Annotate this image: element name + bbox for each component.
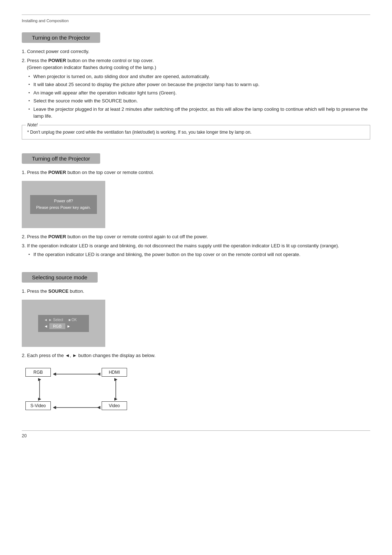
section3-title: Selecting source mode bbox=[22, 272, 98, 283]
step2-3-text: If the operation indicator LED is orange… bbox=[27, 243, 339, 248]
section-turning-on: Turning on the Projector 1. Connect powe… bbox=[22, 29, 370, 139]
note-box: Note! * Don't unplug the power cord whil… bbox=[22, 125, 370, 139]
bullet-item: Leave the projector plugged in for at le… bbox=[28, 106, 370, 120]
source-screen: ◄ ► Select ■ OK ◄ RGB ► bbox=[22, 300, 105, 347]
screen-line1: Power off? bbox=[36, 198, 91, 204]
diag-hdmi: HDMI bbox=[102, 368, 127, 377]
source-screen-inner: ◄ ► Select ■ OK ◄ RGB ► bbox=[38, 315, 89, 332]
arrow-bottom-h bbox=[52, 405, 102, 410]
page-container: Installing and Composition Turning on th… bbox=[0, 0, 392, 460]
bullet-item: When projector is turned on, auto slidin… bbox=[28, 73, 370, 80]
step1-2-bold: POWER bbox=[48, 58, 66, 63]
footer-divider: 20 bbox=[22, 430, 370, 438]
arrow-right-v bbox=[113, 377, 118, 402]
source-ok-label: ■ OK bbox=[68, 318, 77, 322]
arrow-left: ◄ bbox=[44, 324, 48, 328]
step1-2: 2. Press the POWER button on the remote … bbox=[22, 57, 370, 71]
step3-2-text: Each press of the ◄, ► button changes th… bbox=[27, 353, 155, 358]
power-off-screen: Power off? Please press Power key again. bbox=[22, 181, 105, 228]
note-label: Note! bbox=[26, 122, 39, 128]
step3-1-before: Press the bbox=[27, 288, 48, 294]
step1-2-number: 2. bbox=[22, 58, 26, 63]
diag-svideo: S-Video bbox=[25, 401, 51, 410]
step1-2-text-after: button on the remote control or top cove… bbox=[66, 58, 154, 63]
section-turning-off: Turning off the Projector 1. Press the P… bbox=[22, 150, 370, 258]
rgb-label: RGB bbox=[49, 323, 65, 329]
section2-title: Turning off the Projector bbox=[22, 153, 100, 164]
section1-bullets: When projector is turned on, auto slidin… bbox=[28, 73, 370, 120]
step3-1-after: button. bbox=[69, 288, 84, 294]
arrow-left-v bbox=[37, 377, 42, 402]
step2-3-num: 3. bbox=[22, 243, 26, 248]
step2-1-before: Press the bbox=[27, 170, 48, 175]
step3-2: 2. Each press of the ◄, ► button changes… bbox=[22, 352, 370, 359]
step2-2-before: Press the bbox=[27, 234, 48, 239]
step1-1-text: Connect power cord correctly. bbox=[27, 49, 89, 54]
step2-1-after: button on the top cover or remote contro… bbox=[66, 170, 154, 175]
source-diagram: RGB HDMI S-Video Video bbox=[22, 365, 145, 416]
diag-video: Video bbox=[102, 401, 127, 410]
page-number: 20 bbox=[22, 433, 26, 438]
note-text: * Don't unplug the power cord while the … bbox=[27, 130, 252, 135]
screen-inner: Power off? Please press Power key again. bbox=[30, 195, 97, 214]
step2-3: 3. If the operation indicator LED is ora… bbox=[22, 242, 370, 250]
step1-1-number: 1. bbox=[22, 49, 26, 54]
arrow-top-h bbox=[52, 372, 102, 377]
bullet-item: If the operation indicator LED is orange… bbox=[28, 251, 370, 258]
step1-2-sub: (Green operation indicator flashes durin… bbox=[27, 64, 370, 71]
step1-1: 1. Connect power cord correctly. bbox=[22, 48, 370, 55]
section1-title: Turning on the Projector bbox=[22, 32, 100, 43]
bullet-item: Select the source mode with the SOURCE b… bbox=[28, 97, 370, 105]
diag-rgb: RGB bbox=[25, 368, 51, 377]
step1-2-text-before: Press the bbox=[27, 58, 48, 63]
step2-2-after: button on the top cover or remote contro… bbox=[66, 234, 208, 239]
step3-1-bold: SOURCE bbox=[48, 288, 69, 294]
step3-1: 1. Press the SOURCE button. bbox=[22, 288, 370, 295]
source-bottom-row: ◄ RGB ► bbox=[44, 323, 83, 329]
source-select-label: ◄ ► Select bbox=[44, 318, 63, 322]
step3-2-num: 2. bbox=[22, 353, 26, 358]
step3-1-num: 1. bbox=[22, 288, 26, 294]
section2-bullets: If the operation indicator LED is orange… bbox=[28, 251, 370, 258]
source-top-row: ◄ ► Select ■ OK bbox=[44, 318, 83, 322]
top-divider bbox=[22, 15, 370, 16]
arrow-right: ► bbox=[67, 324, 71, 328]
step2-1-bold: POWER bbox=[48, 170, 66, 175]
step2-2-num: 2. bbox=[22, 234, 26, 239]
bullet-item: It will take about 25 second to display … bbox=[28, 81, 370, 88]
bullet-item: An image will appear after the operation… bbox=[28, 89, 370, 97]
section-source-mode: Selecting source mode 1. Press the SOURC… bbox=[22, 269, 370, 416]
step2-2-bold: POWER bbox=[48, 234, 66, 239]
step2-1-num: 1. bbox=[22, 170, 26, 175]
breadcrumb: Installing and Composition bbox=[22, 19, 370, 23]
screen-line2: Please press Power key again. bbox=[36, 204, 91, 211]
step2-2: 2. Press the POWER button on the top cov… bbox=[22, 233, 370, 240]
step2-1: 1. Press the POWER button on the top cov… bbox=[22, 169, 370, 176]
